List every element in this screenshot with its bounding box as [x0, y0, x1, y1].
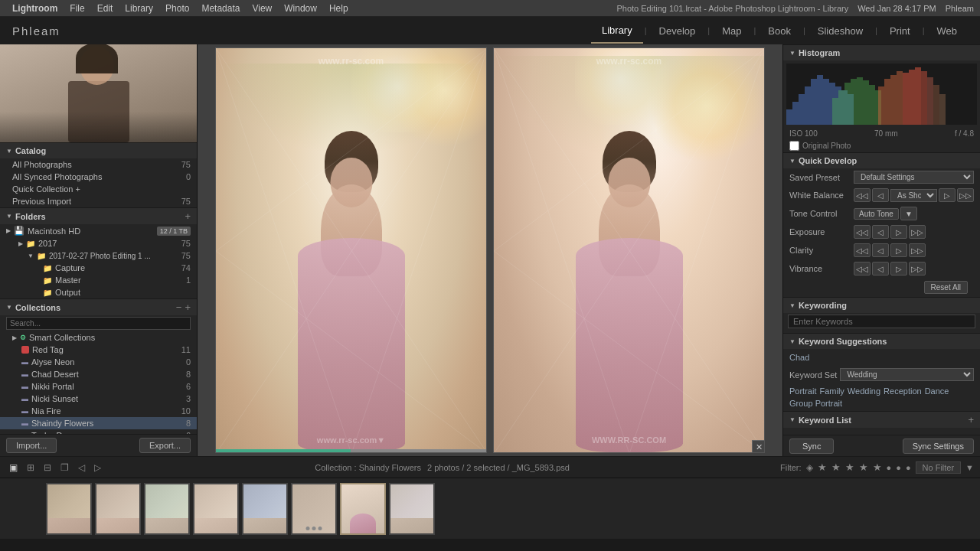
collection-nicki[interactable]: ▬ Nicki Sunset 3	[0, 393, 197, 405]
filter-arrow[interactable]: ▼	[965, 463, 974, 472]
collection-nikki[interactable]: ▬ Nikki Portal 6	[0, 380, 197, 393]
tab-slideshow[interactable]: Slideshow	[807, 19, 874, 43]
view-btn-nav-right[interactable]: ▷	[91, 462, 104, 473]
star-filter-3[interactable]: ★	[845, 461, 854, 473]
menu-metadata[interactable]: Metadata	[195, 3, 246, 14]
film-thumb-2[interactable]	[95, 483, 141, 535]
catalog-item-quick[interactable]: Quick Collection +	[0, 183, 197, 195]
vibrance-inc1-btn[interactable]: ▷	[890, 262, 907, 276]
keyword-input[interactable]	[788, 315, 975, 328]
star-filter-2[interactable]: ★	[831, 461, 841, 473]
import-button[interactable]: Import...	[6, 438, 57, 453]
folder-main[interactable]: ▼ 📁 2017-02-27 Photo Editing 1 ... 75	[0, 249, 197, 262]
tone-dropdown-btn[interactable]: ▼	[900, 207, 917, 220]
exposure-inc2-btn[interactable]: ▷▷	[909, 225, 926, 239]
keyword-list-header[interactable]: ▼ Keyword List +	[783, 411, 980, 428]
film-thumb-3[interactable]	[144, 483, 190, 535]
wb-increase-btn[interactable]: ▷▷	[957, 188, 974, 202]
menu-view[interactable]: View	[246, 3, 278, 14]
film-thumb-8[interactable]	[389, 483, 435, 535]
kw-tag-family[interactable]: Family	[819, 386, 844, 396]
collections-search-input[interactable]	[6, 317, 191, 330]
white-balance-select[interactable]: As Shot	[890, 189, 937, 202]
menu-library[interactable]: Library	[119, 3, 159, 14]
keyword-suggestions-header[interactable]: ▼ Keyword Suggestions	[783, 333, 980, 349]
tab-develop[interactable]: Develop	[648, 19, 707, 43]
view-btn-nav-left[interactable]: ◁	[75, 462, 88, 473]
photo-1[interactable]: www.rr-sc.com www.rr-sc.com▼	[215, 47, 487, 453]
collection-shaindy[interactable]: ▬ Shaindy Flowers 8	[0, 417, 197, 429]
kw-list-add-btn[interactable]: +	[968, 415, 974, 425]
export-button[interactable]: Export...	[139, 438, 191, 453]
folder-capture[interactable]: 📁 Capture 74	[0, 262, 197, 274]
catalog-item-all-photos[interactable]: All Photographs 75	[0, 158, 197, 171]
color-filter-3[interactable]: ●	[906, 463, 911, 472]
kw-suggestion-chad[interactable]: Chad	[789, 352, 974, 363]
tab-web[interactable]: Web	[926, 19, 969, 43]
smart-collections-item[interactable]: ▶ ⚙ Smart Collections	[0, 331, 197, 344]
film-thumb-1[interactable]	[46, 483, 92, 535]
tab-book[interactable]: Book	[757, 19, 802, 43]
tab-print[interactable]: Print	[879, 19, 921, 43]
clarity-inc2-btn[interactable]: ▷▷	[909, 243, 926, 257]
wb-decrease-small-btn[interactable]: ◁	[872, 188, 889, 202]
exposure-dec2-btn[interactable]: ◁◁	[854, 225, 871, 239]
kw-tag-reception[interactable]: Reception	[884, 386, 922, 396]
collection-red-tag[interactable]: Red Tag 11	[0, 344, 197, 356]
folder-master[interactable]: 📁 Master 1	[0, 274, 197, 286]
catalog-item-synced[interactable]: All Synced Photographs 0	[0, 171, 197, 183]
reset-all-button[interactable]: Reset All	[924, 281, 968, 294]
menu-help[interactable]: Help	[323, 3, 354, 14]
star-filter-1[interactable]: ★	[818, 461, 827, 473]
exposure-inc1-btn[interactable]: ▷	[890, 225, 907, 239]
folder-2017[interactable]: ▶ 📁 2017 75	[0, 237, 197, 249]
clarity-inc1-btn[interactable]: ▷	[890, 243, 907, 257]
histogram-header[interactable]: ▼ Histogram	[783, 44, 980, 60]
tab-map[interactable]: Map	[711, 19, 752, 43]
left-panel-scroll[interactable]: ▼ Catalog All Photographs 75 All Synced …	[0, 142, 197, 434]
folder-hdd[interactable]: ▶ 💾 Macintosh HD 12 / 1 TB	[0, 224, 197, 237]
photo-2-close-btn[interactable]: ✕	[752, 440, 765, 453]
color-filter-1[interactable]: ●	[887, 463, 892, 472]
kw-tag-group-portrait[interactable]: Group Portrait	[789, 399, 842, 408]
kw-tag-wedding[interactable]: Wedding	[848, 386, 880, 396]
view-btn-4[interactable]: ❐	[57, 462, 72, 473]
right-panel-scroll[interactable]: ▼ Histogram	[783, 44, 980, 435]
vibrance-dec2-btn[interactable]: ◁◁	[854, 262, 871, 276]
menu-edit[interactable]: Edit	[91, 3, 119, 14]
collections-section-header[interactable]: ▼ Collections − +	[0, 298, 197, 315]
view-btn-1[interactable]: ▣	[6, 462, 21, 473]
tab-library[interactable]: Library	[591, 18, 643, 44]
original-photo-checkbox[interactable]	[789, 141, 799, 151]
color-filter-2[interactable]: ●	[896, 463, 901, 472]
folders-section-header[interactable]: ▼ Folders +	[0, 207, 197, 224]
folder-output[interactable]: 📁 Output	[0, 286, 197, 298]
star-filter-4[interactable]: ★	[859, 461, 868, 473]
menu-photo[interactable]: Photo	[159, 3, 195, 14]
film-thumb-5[interactable]	[242, 483, 288, 535]
film-thumb-6[interactable]	[291, 483, 337, 535]
clarity-dec2-btn[interactable]: ◁◁	[854, 243, 871, 257]
view-btn-3[interactable]: ⊟	[41, 462, 54, 473]
no-filter-label[interactable]: No Filter	[916, 461, 962, 474]
wb-decrease-btn[interactable]: ◁◁	[854, 188, 871, 202]
catalog-item-previous[interactable]: Previous Import 75	[0, 195, 197, 207]
vibrance-dec1-btn[interactable]: ◁	[872, 262, 889, 276]
collection-nia[interactable]: ▬ Nia Fire 10	[0, 405, 197, 417]
folders-add-btn[interactable]: +	[185, 211, 191, 221]
quick-develop-header[interactable]: ▼ Quick Develop	[783, 152, 980, 168]
clarity-dec1-btn[interactable]: ◁	[872, 243, 889, 257]
menu-file[interactable]: File	[64, 3, 90, 14]
film-thumb-7[interactable]	[340, 483, 386, 535]
vibrance-inc2-btn[interactable]: ▷▷	[909, 262, 926, 276]
sync-settings-button[interactable]: Sync Settings	[903, 439, 974, 454]
keywording-header[interactable]: ▼ Keywording	[783, 297, 980, 313]
star-filter-5[interactable]: ★	[873, 461, 882, 473]
menu-lightroom[interactable]: Lightroom	[6, 3, 64, 14]
menu-window[interactable]: Window	[278, 3, 323, 14]
collections-remove-btn[interactable]: −	[176, 302, 182, 312]
collection-alyse[interactable]: ▬ Alyse Neon 0	[0, 356, 197, 368]
photo-2[interactable]: www.rr-sc.com WWW.RR-SC.COM ✕	[493, 47, 765, 453]
exposure-dec1-btn[interactable]: ◁	[872, 225, 889, 239]
wb-increase-small-btn[interactable]: ▷	[939, 188, 956, 202]
